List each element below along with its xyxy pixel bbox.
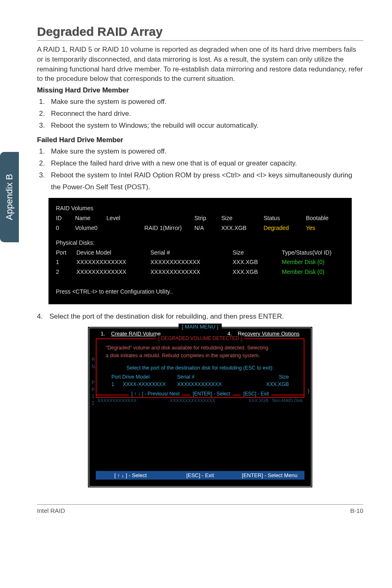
cell: XXXXXXXXXXXXX [150, 257, 233, 267]
step-4: 4.Select the port of the destination dis… [37, 312, 363, 321]
bios-main-menu-screen: [ MAIN MENU ] 1. Create RAID Volume 4. R… [88, 326, 313, 488]
section-label: Physical Disks: [56, 238, 344, 248]
col-port: Port [56, 248, 76, 258]
footer-bar: [ ↑ ↓ ] - Select [ESC] - Exit [ENTER] - … [96, 471, 304, 480]
hint-esc-exit: [ESC] - Exit [165, 472, 235, 478]
col-model: Device Model [76, 248, 150, 258]
cell-status-degraded: Degraded [263, 223, 306, 233]
press-ctrl-i-hint: Press <CTRL-I> to enter Configuration Ut… [56, 287, 344, 297]
col-serial: Serial # [150, 248, 233, 258]
cell: XXXXXXXXXXXXX [76, 267, 150, 277]
dialog-header-row: Port Drive Model Serial # Size [97, 373, 304, 381]
physical-disk-row: 2 XXXXXXXXXXXXX XXXXXXXXXXXXX XXX.XGB Me… [56, 267, 344, 277]
list-item: Reboot the system to Intel RAID Option R… [47, 170, 363, 193]
col-type: Type/Status(Vol ID) [282, 248, 344, 258]
hint-prev-next: [ ↑ ↓ ] - Previous/ Next [129, 391, 182, 397]
cell-type-member: Member Disk (0) [282, 257, 344, 267]
dialog-footer: [ ↑ ↓ ] - Previous/ Next [ENTER] - Selec… [97, 395, 304, 395]
step-number: 4. [37, 312, 49, 320]
list-item: Make sure the system is powered off. [47, 96, 363, 108]
cell-type-member: Member Disk (0) [282, 267, 344, 277]
bios-option-rom-screen: RAID Volumes ID Name Level Strip Size St… [48, 198, 352, 304]
col-size: Size [233, 248, 282, 258]
footer-left: Intel RAID [37, 507, 65, 514]
hint-esc-exit: [ESC] - Exit [241, 391, 271, 397]
col-size: Size [251, 374, 289, 380]
subhead-failed: Failed Hard Drive Member [37, 136, 363, 144]
cell: XXXXXXXXXXXXX [150, 267, 233, 277]
bios-main-menu-wrap: [ MAIN MENU ] 1. Create RAID Volume 4. R… [37, 326, 363, 488]
cell: 1 XXXX-XXXXXXXX [111, 381, 177, 387]
col-name: Name Level [75, 214, 144, 223]
degraded-volume-dialog: [ DEGRADED VOLUME DETECTED ] "Degraded" … [96, 338, 304, 398]
col-bootable: Bootable [306, 214, 344, 223]
hint-enter-select: [ENTER] - Select [190, 391, 233, 397]
menu-option-create[interactable]: 1. Create RAID Volume [101, 331, 161, 337]
cell: 1 [56, 257, 76, 267]
cell: XXXXXXXXXXXXX [76, 257, 150, 267]
page: Appendix B Degraded RAID Array A RAID 1,… [0, 0, 392, 526]
section-label: RAID Volumes [56, 204, 344, 214]
col-strip: Strip [194, 214, 221, 223]
cell: RAID 1(Mirror) [144, 223, 194, 233]
col-serial: Serial # [177, 374, 251, 380]
intro-text: A RAID 1, RAID 5 or RAID 10 volume is re… [37, 45, 363, 84]
list-failed: Make sure the system is powered off. Rep… [37, 146, 363, 193]
side-tab-appendix: Appendix B [0, 152, 19, 242]
col-port-drive-model: Port Drive Model [111, 374, 177, 380]
physical-disk-row: 1 XXXXXXXXXXXXX XXXXXXXXXXXXX XXX.XGB Me… [56, 257, 344, 267]
dialog-prompt: Select the port of the destination disk … [97, 361, 304, 373]
cell: XXX.XGB [233, 257, 282, 267]
side-label: R N [92, 356, 95, 370]
cell: Volume0 [75, 223, 144, 233]
cell: 2 [56, 267, 76, 277]
cell: N/A [194, 223, 221, 233]
dialog-title: [ DEGRADED VOLUME DETECTED ] [156, 335, 244, 341]
list-missing: Make sure the system is powered off. Rec… [37, 96, 363, 132]
step-text: Select the port of the destination disk … [49, 312, 284, 320]
list-item: Make sure the system is powered off. [47, 146, 363, 158]
ghost-row: XXXXXXXXXXXXX XXXXXXXXXXXXXXX XXX.XGB No… [89, 398, 311, 403]
list-item: Replace the failed hard drive with a new… [47, 158, 363, 170]
page-footer: Intel RAID B-10 [37, 504, 363, 514]
footer-right: B-10 [350, 507, 363, 514]
list-item: Reboot the system to Windows; the rebuil… [47, 120, 363, 132]
page-title: Degraded RAID Array [37, 25, 363, 41]
raid-volumes-row: 0 Volume0 RAID 1(Mirror) N/A XXX.XGB Deg… [56, 223, 344, 233]
side-paren: ) [308, 388, 309, 394]
spacer [89, 403, 311, 464]
col-id: ID [56, 214, 75, 223]
side-label: P P 1 2 [92, 379, 95, 407]
cell: XXXXXXXXXXXXX [177, 381, 251, 387]
cell: XXX.XGB [251, 381, 289, 387]
main-menu-title: [ MAIN MENU ] [179, 324, 222, 330]
physical-disks-header: Port Device Model Serial # Size Type/Sta… [56, 248, 344, 258]
subhead-missing: Missing Hard Drive Member [37, 86, 363, 94]
cell: XXX.XGB [233, 267, 282, 277]
raid-volumes-header: ID Name Level Strip Size Status Bootable [56, 214, 344, 223]
cell-bootable-yes: Yes [306, 223, 344, 233]
col-size: Size [221, 214, 263, 223]
dialog-data-row[interactable]: 1 XXXX-XXXXXXXX XXXXXXXXXXXXX XXX.XGB [97, 381, 304, 388]
list-item: Reconnect the hard drive. [47, 108, 363, 120]
col-status: Status [263, 214, 306, 223]
hint-enter-menu: [ENTER] - Select Menu [235, 472, 304, 478]
cell: XXX.XGB [221, 223, 263, 233]
cell: 0 [56, 223, 75, 233]
hint-select: [ ↑ ↓ ] - Select [96, 472, 165, 478]
dialog-message: "Degraded" volume and disk available for… [97, 341, 304, 361]
